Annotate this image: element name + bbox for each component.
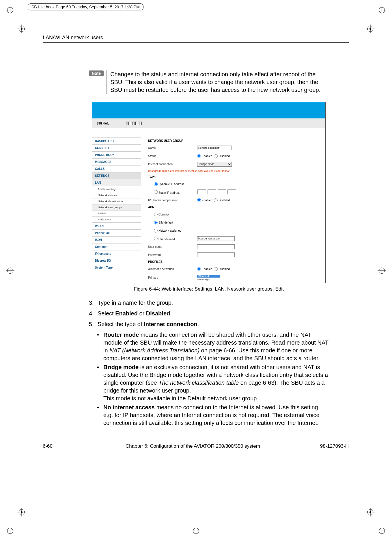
step-4-text: Select Enabled or Disabled. xyxy=(98,310,328,317)
nav-static[interactable]: Static route xyxy=(92,216,141,222)
page-frame: LAN/WLAN network users Note Changes to t… xyxy=(43,35,349,449)
iphdr-label: IP Header compression xyxy=(148,199,197,202)
ss-signal-bar-row: SIGNAL: xyxy=(92,118,325,128)
apn-common-radio[interactable] xyxy=(154,213,158,216)
footer-page: 6-60 xyxy=(43,443,89,449)
nav-pppoe[interactable]: PPPoE xyxy=(92,210,141,216)
nav-settings[interactable]: SETTINGS xyxy=(92,172,141,179)
nav-discrete[interactable]: Discrete I/O xyxy=(92,257,141,264)
step-5-text: Select the type of Internet connection. xyxy=(98,320,328,328)
apn-common-label: Common xyxy=(158,213,170,216)
dynip-label: Dynamic IP address xyxy=(158,183,184,186)
nav-phonefax[interactable]: Phone/Fax xyxy=(92,229,141,236)
figure-caption: Figure 6-44: Web interface: Settings, LA… xyxy=(89,286,328,292)
bullet-icon: • xyxy=(97,404,103,427)
username-input[interactable] xyxy=(197,244,235,249)
apn-user-radio[interactable] xyxy=(154,237,158,240)
embedded-screenshot: SIGNAL: DASHBOARD CONNECT PHONE BOOK MES… xyxy=(92,102,326,283)
iphdr-enabled-label: Enabled xyxy=(202,199,212,202)
ss-topbar xyxy=(92,102,325,118)
bullet-icon: • xyxy=(97,363,103,402)
nav-wlan[interactable]: WLAN xyxy=(92,222,141,229)
crop-mark xyxy=(6,6,14,14)
crop-target xyxy=(17,508,26,516)
apn-net-radio[interactable] xyxy=(154,229,158,233)
note-block: Note Changes to the status and internet … xyxy=(89,70,328,94)
h-apn: APN xyxy=(148,206,320,209)
nav-lan[interactable]: LAN xyxy=(92,179,141,186)
bullet-router: Router mode means the connection will be… xyxy=(103,331,328,362)
note-badge: Note xyxy=(89,70,104,76)
inet-select[interactable]: Bridge mode xyxy=(197,162,232,167)
ip-octets[interactable]: ... xyxy=(197,189,236,195)
bullet-noaccess: No internet access means no connection t… xyxy=(103,404,328,427)
nav-iphand[interactable]: IP handsets xyxy=(92,250,141,257)
crop-target xyxy=(366,25,375,33)
iphdr-disabled-radio[interactable] xyxy=(214,198,218,202)
note-text: Changes to the status and internet conne… xyxy=(107,70,328,94)
name-label: Name xyxy=(148,146,197,150)
crop-mark xyxy=(192,527,200,535)
disabled-label: Disabled xyxy=(219,155,230,158)
nav-portfwd[interactable]: Port forwarding xyxy=(92,186,141,192)
bullet-bridge: Bridge mode is an exclusive connection, … xyxy=(103,363,328,402)
status-label: Status xyxy=(148,155,197,158)
step-num-3: 3. xyxy=(89,299,98,307)
nav-phonebook[interactable]: PHONE BOOK xyxy=(92,151,141,158)
crop-target xyxy=(17,25,26,33)
crop-mark xyxy=(378,6,386,14)
apn-user-input[interactable] xyxy=(197,236,235,241)
nav-common[interactable]: Common xyxy=(92,243,141,250)
nav-dashboard[interactable]: DASHBOARD xyxy=(92,137,141,144)
autoact-disabled-label: Disabled xyxy=(219,267,230,271)
iphdr-disabled-label: Disabled xyxy=(219,199,230,202)
primary-selected[interactable]: Standard xyxy=(197,275,220,278)
autoact-disabled-radio[interactable] xyxy=(214,267,218,271)
password-input[interactable] xyxy=(197,252,235,257)
body-column: Note Changes to the status and internet … xyxy=(89,70,328,427)
primary-label: Primary xyxy=(148,276,197,279)
nav-messages[interactable]: MESSAGES xyxy=(92,158,141,165)
footer-docnum: 98-127093-H xyxy=(297,443,349,449)
signal-bars-icon xyxy=(126,122,142,125)
nav-netdev[interactable]: Network devices xyxy=(92,192,141,198)
crop-mark xyxy=(378,266,386,275)
h-profiles: PROFILES xyxy=(148,260,320,263)
nav-netclass[interactable]: Network classification xyxy=(92,198,141,204)
step-num-5: 5. xyxy=(89,320,98,328)
crop-mark xyxy=(378,527,386,535)
apn-sim-label: SIM default xyxy=(158,221,173,224)
ss-nav: DASHBOARD CONNECT PHONE BOOK MESSAGES CA… xyxy=(92,128,141,283)
apn-net-label: Network assigned xyxy=(158,229,181,232)
iphdr-enabled-radio[interactable] xyxy=(197,198,201,202)
h-tcpip: TCP/IP xyxy=(148,175,320,179)
step-3-text: Type in a name for the group. xyxy=(98,299,328,307)
running-head: LAN/WLAN network users xyxy=(43,35,349,43)
inet-label: Internet connection xyxy=(148,163,197,166)
nav-netuser[interactable]: Network user groups xyxy=(92,204,141,210)
crop-mark xyxy=(6,266,14,275)
autoact-enabled-radio[interactable] xyxy=(197,267,201,271)
autoact-enabled-label: Enabled xyxy=(202,267,212,271)
status-disabled-radio[interactable] xyxy=(214,154,218,158)
crop-target xyxy=(366,508,375,516)
apn-sim-radio[interactable] xyxy=(154,221,158,224)
enabled-label: Enabled xyxy=(202,155,212,158)
primary-next: Streaming 8 xyxy=(197,278,210,281)
warning-text: Changes to Status and Internet connectio… xyxy=(148,170,320,172)
bullet-icon: • xyxy=(97,331,103,362)
nav-connect[interactable]: CONNECT xyxy=(92,144,141,151)
name-input[interactable] xyxy=(197,146,232,150)
staticip-label: Static IP address xyxy=(158,191,180,194)
h-nug: NETWORK USER GROUP xyxy=(148,139,320,142)
nav-systype[interactable]: System Type xyxy=(92,264,141,271)
footer-chapter: Chapter 6: Configuration of the AVIATOR … xyxy=(89,443,297,449)
nav-isdn[interactable]: ISDN xyxy=(92,236,141,243)
crop-mark xyxy=(6,527,14,535)
staticip-radio[interactable] xyxy=(154,190,158,194)
status-enabled-radio[interactable] xyxy=(197,154,201,158)
nav-calls[interactable]: CALLS xyxy=(92,165,141,172)
password-label: Password xyxy=(148,253,197,256)
dynip-radio[interactable] xyxy=(154,182,158,186)
ss-content: NETWORK USER GROUP Name Status Enabled D… xyxy=(141,128,325,283)
